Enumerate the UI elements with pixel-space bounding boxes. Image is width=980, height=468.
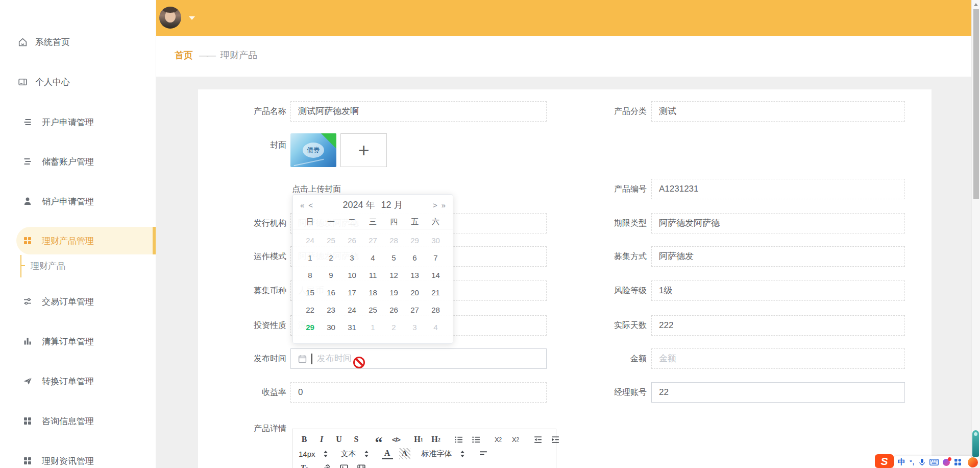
text-color-button[interactable]: A — [382, 448, 393, 459]
calendar-day[interactable]: 14 — [425, 267, 446, 284]
product-name-input[interactable]: 测试阿萨德发啊 — [290, 101, 547, 122]
sidebar-item-consult-info-mgmt[interactable]: 咨询信息管理 — [0, 411, 156, 431]
sogou-ime-logo[interactable]: S — [875, 454, 894, 468]
scrollbar-up-arrow[interactable] — [974, 3, 978, 6]
outdent-button[interactable] — [532, 434, 544, 445]
strikethrough-button[interactable]: S — [351, 434, 362, 445]
heading2-button[interactable]: H2 — [430, 434, 442, 445]
breadcrumb-home-link[interactable]: 首页 — [175, 49, 193, 61]
cover-image-thumbnail[interactable]: 债券 — [290, 133, 336, 167]
heading1-button[interactable]: H1 — [413, 434, 424, 445]
calendar-day[interactable]: 30 — [425, 232, 446, 249]
manager-account-input[interactable]: 22 — [651, 382, 905, 403]
calendar-day[interactable]: 29 — [404, 232, 425, 249]
calendar-day[interactable]: 9 — [321, 267, 341, 284]
calendar-day[interactable]: 4 — [425, 319, 446, 336]
product-no-input[interactable]: A1231231 — [651, 179, 905, 199]
actual-days-input[interactable]: 222 — [651, 315, 905, 336]
sidebar-item-savings-account-mgmt[interactable]: 储蓄账户管理 — [0, 151, 156, 172]
font-family-select[interactable]: 标准字体 — [422, 449, 464, 459]
calendar-day[interactable]: 11 — [362, 267, 383, 284]
next-month-button[interactable]: > — [433, 201, 437, 209]
sidebar-item-system-home[interactable]: 系统首页 — [0, 32, 156, 52]
calendar-day[interactable]: 19 — [383, 284, 404, 301]
calendar-day[interactable]: 27 — [404, 301, 425, 319]
calendar-day[interactable]: 24 — [300, 232, 321, 249]
ime-keyboard-button[interactable] — [929, 459, 939, 465]
underline-button[interactable]: U — [333, 434, 345, 445]
sidebar-item-clearing-order-mgmt[interactable]: 清算订单管理 — [0, 331, 156, 352]
calendar-month[interactable]: 12 月 — [381, 199, 403, 211]
background-color-button[interactable]: A — [399, 448, 410, 459]
calendar-day[interactable]: 4 — [362, 249, 383, 267]
ime-chinese-mode-button[interactable]: 中 — [898, 457, 905, 467]
calendar-day[interactable]: 2 — [321, 249, 341, 267]
calendar-day[interactable]: 23 — [321, 301, 341, 319]
calendar-day[interactable]: 26 — [383, 301, 404, 319]
prev-year-button[interactable]: « — [300, 201, 304, 209]
calendar-day[interactable]: 1 — [300, 249, 321, 267]
calendar-day[interactable]: 25 — [321, 232, 341, 249]
screen-annotation-pen-tool[interactable] — [972, 430, 979, 457]
amount-input[interactable]: 金额 — [651, 348, 905, 369]
bold-button[interactable]: B — [299, 434, 310, 445]
calendar-year[interactable]: 2024 年 — [342, 199, 375, 211]
page-scrollbar[interactable] — [971, 0, 980, 468]
category-input[interactable]: 测试 — [651, 101, 905, 122]
calendar-day[interactable]: 28 — [425, 301, 446, 319]
indent-button[interactable] — [550, 434, 561, 445]
sidebar-item-wealth-news-mgmt[interactable]: 理财资讯管理 — [0, 451, 156, 468]
avatar-dropdown-caret-icon[interactable] — [189, 16, 195, 20]
calendar-day[interactable]: 25 — [362, 301, 383, 319]
font-size-select[interactable]: 14px — [299, 450, 328, 458]
text-style-select[interactable]: 文本 — [341, 449, 369, 459]
calendar-day[interactable]: 22 — [300, 301, 321, 319]
calendar-day-today[interactable]: 29 — [300, 319, 321, 336]
calendar-day[interactable]: 28 — [383, 232, 404, 249]
calendar-day[interactable]: 6 — [404, 249, 425, 267]
subscript-button[interactable]: X2 — [493, 434, 504, 445]
align-button[interactable] — [478, 448, 489, 459]
calendar-day[interactable]: 20 — [404, 284, 425, 301]
calendar-day[interactable]: 10 — [341, 267, 362, 284]
sidebar-item-account-open-mgmt[interactable]: 开户申请管理 — [0, 112, 156, 132]
blockquote-button[interactable]: “ — [373, 434, 384, 445]
sidebar-item-convert-order-mgmt[interactable]: 转换订单管理 — [0, 371, 156, 391]
calendar-day[interactable]: 7 — [425, 249, 446, 267]
calendar-day[interactable]: 27 — [362, 232, 383, 249]
risk-level-input[interactable]: 1级 — [651, 280, 905, 301]
scrollbar-thumb[interactable] — [973, 9, 979, 199]
yield-rate-input[interactable]: 0 — [290, 382, 547, 403]
raise-method-input[interactable]: 阿萨德发 — [651, 246, 905, 267]
bullet-list-button[interactable] — [470, 434, 481, 445]
calendar-day[interactable]: 18 — [362, 284, 383, 301]
calendar-day[interactable]: 3 — [404, 319, 425, 336]
sidebar-item-wealth-product-mgmt[interactable]: 理财产品管理 — [0, 230, 156, 251]
calendar-day[interactable]: 16 — [321, 284, 341, 301]
calendar-day[interactable]: 30 — [321, 319, 341, 336]
calendar-day[interactable]: 3 — [341, 249, 362, 267]
clear-format-button[interactable]: Tx — [299, 462, 310, 468]
cover-upload-button[interactable]: + — [340, 133, 387, 167]
calendar-day[interactable]: 13 — [404, 267, 425, 284]
calendar-day[interactable]: 15 — [300, 284, 321, 301]
superscript-button[interactable]: X2 — [510, 434, 521, 445]
sidebar-item-trade-order-mgmt[interactable]: 交易订单管理 — [0, 291, 156, 312]
calendar-day[interactable]: 24 — [341, 301, 362, 319]
sidebar-item-personal-center[interactable]: 个人中心 — [0, 72, 156, 92]
calendar-day[interactable]: 26 — [341, 232, 362, 249]
calendar-day[interactable]: 31 — [341, 319, 362, 336]
calendar-day[interactable]: 17 — [341, 284, 362, 301]
calendar-day[interactable]: 2 — [383, 319, 404, 336]
calendar-day[interactable]: 8 — [300, 267, 321, 284]
italic-button[interactable]: I — [316, 434, 327, 445]
code-block-button[interactable]: </> — [390, 434, 402, 445]
ime-voice-button[interactable] — [919, 458, 925, 466]
calendar-day[interactable]: 5 — [383, 249, 404, 267]
video-button[interactable] — [356, 462, 367, 468]
calendar-day[interactable]: 1 — [362, 319, 383, 336]
link-button[interactable] — [321, 462, 332, 468]
term-type-input[interactable]: 阿萨德发阿萨德 — [651, 213, 905, 233]
calendar-day[interactable]: 12 — [383, 267, 404, 284]
next-year-button[interactable]: » — [442, 201, 446, 209]
